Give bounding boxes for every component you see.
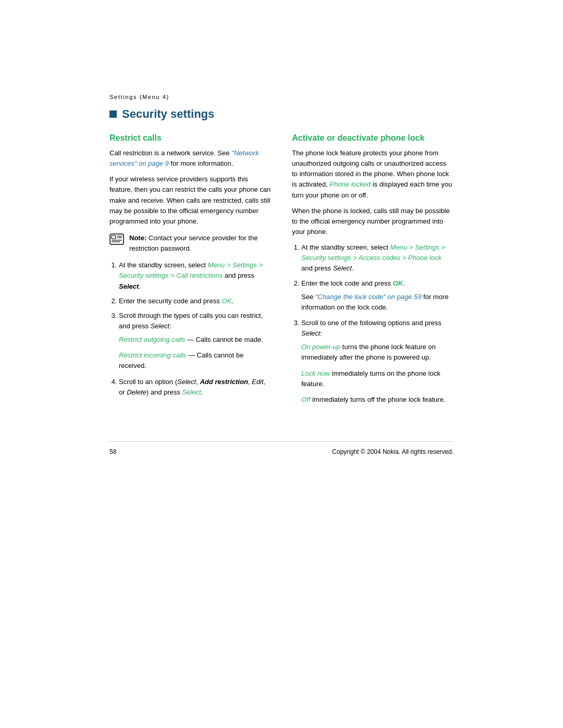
note-bold: Note: [129, 234, 146, 242]
off-link: Off [301, 396, 310, 403]
note-body: Contact your service provider for the re… [129, 234, 258, 252]
note-icon [109, 233, 124, 245]
lock-now: Lock now immediately turns on the phone … [301, 368, 454, 389]
restrict-calls-title: Restrict calls [109, 133, 271, 143]
right-step1-link[interactable]: Menu > Settings > Security settings > Ac… [301, 243, 445, 262]
step-2: Enter the security code and press OK. [119, 296, 271, 306]
step-3: Scroll through the types of calls you ca… [119, 311, 271, 372]
phone-locked-label: Phone locked [329, 180, 371, 188]
step-4: Scroll to an option (Select, Add restric… [119, 377, 271, 398]
para1: Call restriction is a network service. S… [109, 148, 271, 169]
right-steps-list: At the standby screen, select Menu > Set… [292, 242, 454, 405]
on-power-up-link: On power-up [301, 343, 340, 351]
right-step1-select: Select [333, 264, 352, 272]
step-1: At the standby screen, select Menu > Set… [119, 260, 271, 291]
step3-select: Select [151, 322, 169, 330]
lock-now-link: Lock now [301, 369, 330, 377]
left-steps-list: At the standby screen, select Menu > Set… [109, 260, 271, 398]
right-step-1: At the standby screen, select Menu > Set… [301, 242, 454, 274]
note-content: Note: Contact your service provider for … [129, 233, 271, 254]
restrict-outgoing-link[interactable]: Restrict outgoing calls [119, 336, 185, 343]
right-step2-ok: OK [393, 279, 403, 287]
page-title-text: Security settings [122, 107, 214, 121]
step1-link[interactable]: Menu > Settings > Security settings > Ca… [119, 261, 263, 279]
settings-label: Settings (Menu 4) [109, 94, 454, 100]
option-delete: Delete [127, 388, 146, 396]
para1-end: for more information. [169, 159, 234, 167]
step1-select: Select [119, 282, 139, 290]
right-para1: The phone lock feature protects your pho… [292, 148, 454, 201]
footer-copyright: Copyright © 2004 Nokia. All rights reser… [332, 448, 454, 455]
right-step-3: Scroll to one of the following options a… [301, 318, 454, 405]
on-power-up: On power-up turns the phone lock feature… [301, 342, 454, 363]
para2: If your wireless service providers suppo… [109, 174, 271, 227]
phone-lock-title: Activate or deactivate phone lock [292, 133, 454, 143]
off-option: Off immediately turns off the phone lock… [301, 394, 454, 405]
para1-text: Call restriction is a network service. S… [109, 149, 231, 157]
right-step-2: Enter the lock code and press OK. See "C… [301, 278, 454, 313]
svg-rect-1 [112, 236, 116, 239]
footer-page-number: 58 [109, 448, 116, 455]
left-column: Restrict calls Call restriction is a net… [109, 133, 271, 410]
step2-ok: OK [222, 297, 231, 305]
restrict-incoming-link[interactable]: Restrict incoming calls [119, 351, 186, 359]
two-column-layout: Restrict calls Call restriction is a net… [109, 133, 454, 410]
option-add: Add restriction [200, 378, 248, 386]
right-para2: When the phone is locked, calls still ma… [292, 206, 454, 237]
restrict-incoming: Restrict incoming calls — Calls cannot b… [119, 350, 271, 371]
change-lock-code-link[interactable]: "Change the lock code" on page 59 [315, 293, 422, 301]
restrict-outgoing: Restrict outgoing calls — Calls cannot b… [119, 335, 271, 345]
right-step3-select: Select [301, 329, 320, 337]
right-step2-note: See "Change the lock code" on page 59 fo… [301, 292, 454, 313]
right-column: Activate or deactivate phone lock The ph… [292, 133, 454, 410]
step4-select: Select [182, 388, 201, 396]
option-select: Select [177, 378, 196, 386]
page-title: Security settings [109, 107, 454, 121]
note-box: Note: Contact your service provider for … [109, 233, 271, 254]
option-edit: Edit [252, 378, 263, 386]
footer: 58 Copyright © 2004 Nokia. All rights re… [109, 441, 454, 455]
page-container: Settings (Menu 4) Security settings Rest… [78, 0, 485, 497]
